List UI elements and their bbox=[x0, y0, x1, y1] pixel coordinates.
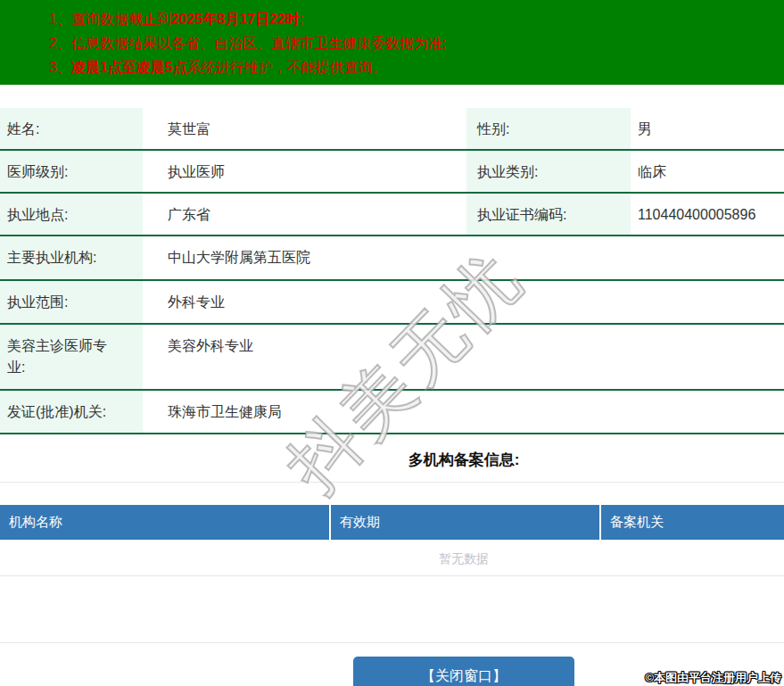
certificate-number-label: 执业证书编码: bbox=[466, 194, 631, 235]
notice-banner: 1、查询数据截止到2025年8月17日22时; 2、信息数据结果以各省、自治区、… bbox=[0, 0, 784, 85]
doctor-level-value: 执业医师 bbox=[143, 151, 466, 192]
practice-category-value: 临床 bbox=[631, 151, 784, 192]
gender-value: 男 bbox=[631, 108, 784, 149]
notice-line-1-num: 1、 bbox=[49, 12, 71, 27]
notice-line-2-num: 2、 bbox=[49, 36, 71, 51]
practice-scope-label: 执业范围: bbox=[0, 281, 143, 323]
column-header-institution-name: 机构名称 bbox=[0, 505, 329, 540]
notice-line-2: 2、信息数据结果以各省、自治区、直辖市卫生健康委数据为准; bbox=[49, 31, 784, 55]
aesthetic-specialty-label: 美容主诊医师专业: bbox=[0, 325, 143, 389]
filing-section-title: 多机构备案信息: bbox=[0, 434, 784, 483]
column-header-filing-authority: 备案机关 bbox=[599, 505, 784, 540]
issuing-authority-label: 发证(批准)机关: bbox=[0, 391, 143, 433]
close-window-button[interactable]: 【关闭窗口】 bbox=[353, 657, 574, 686]
footer-divider bbox=[0, 642, 784, 643]
aesthetic-specialty-value: 美容外科专业 bbox=[143, 325, 784, 389]
notice-line-1-text: 查询数据截止到 bbox=[71, 12, 171, 27]
column-header-validity-period: 有效期 bbox=[329, 505, 599, 540]
table-row-issuing-authority: 发证(批准)机关: 珠海市卫生健康局 bbox=[0, 391, 784, 434]
main-institution-label: 主要执业机构: bbox=[0, 236, 143, 279]
no-data-placeholder: 暂无数据 bbox=[0, 540, 784, 576]
notice-line-3-bold: 凌晨1点至凌晨5点 bbox=[71, 60, 187, 75]
notice-line-3-num: 3、 bbox=[49, 60, 71, 75]
practice-category-label: 执业类别: bbox=[466, 151, 631, 192]
notice-line-2-text: 信息数据结果以各省、自治区、直辖市卫生健康委数据为准; bbox=[71, 36, 446, 51]
table-row-main-institution: 主要执业机构: 中山大学附属第五医院 bbox=[0, 236, 784, 281]
main-institution-value: 中山大学附属第五医院 bbox=[143, 236, 784, 279]
practice-location-label: 执业地点: bbox=[0, 194, 143, 235]
name-label: 姓名: bbox=[0, 108, 143, 149]
filing-table-header: 机构名称 有效期 备案机关 bbox=[0, 505, 784, 540]
name-value: 莫世富 bbox=[143, 108, 466, 149]
gender-label: 性别: bbox=[466, 108, 631, 149]
notice-line-1: 1、查询数据截止到2025年8月17日22时; bbox=[49, 7, 784, 31]
practice-scope-value: 外科专业 bbox=[143, 281, 784, 323]
table-row-aesthetic-specialty: 美容主诊医师专业: 美容外科专业 bbox=[0, 325, 784, 391]
practice-location-value: 广东省 bbox=[143, 194, 466, 235]
certificate-number-value: 110440400005896 bbox=[631, 194, 784, 235]
copyright-note: ©本图由平台注册用户上传 bbox=[645, 670, 781, 686]
table-row-location-certificate: 执业地点: 广东省 执业证书编码: 110440400005896 bbox=[0, 194, 784, 236]
table-row-level-category: 医师级别: 执业医师 执业类别: 临床 bbox=[0, 151, 784, 194]
notice-line-3: 3、凌晨1点至凌晨5点系统进行维护，不能提供查询。 bbox=[49, 55, 784, 79]
notice-line-3-tail: 系统进行维护，不能提供查询。 bbox=[187, 60, 387, 75]
table-row-name-gender: 姓名: 莫世富 性别: 男 bbox=[0, 108, 784, 151]
doctor-info-table: 姓名: 莫世富 性别: 男 医师级别: 执业医师 执业类别: 临床 执业地点: … bbox=[0, 108, 784, 434]
table-row-practice-scope: 执业范围: 外科专业 bbox=[0, 281, 784, 325]
notice-line-1-tail: ; bbox=[300, 12, 303, 27]
notice-line-1-bold: 2025年8月17日22时 bbox=[171, 12, 300, 27]
doctor-level-label: 医师级别: bbox=[0, 151, 143, 192]
issuing-authority-value: 珠海市卫生健康局 bbox=[143, 391, 784, 433]
